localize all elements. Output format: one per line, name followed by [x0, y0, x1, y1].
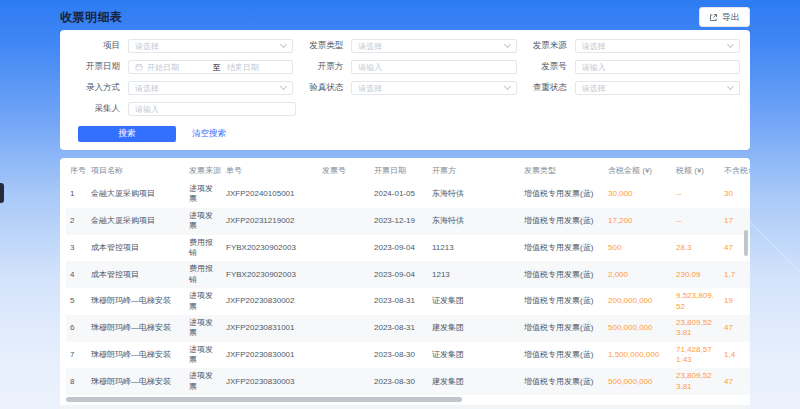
table-cell: 11213	[428, 235, 520, 262]
table-cell: 进项发票	[185, 181, 222, 208]
verify-status-select[interactable]: 请选择	[351, 81, 516, 95]
chevron-down-icon	[280, 83, 287, 90]
horizontal-scrollbar-thumb[interactable]	[66, 397, 462, 402]
table-row: 2金融大厦采购项目进项发票JXFP202312190022023-12-19东海…	[66, 208, 750, 235]
table-cell: 2023-08-30	[370, 368, 428, 395]
table-cell: 成本管控项目	[87, 235, 185, 262]
invoice-type-select[interactable]: 请选择	[351, 39, 516, 53]
filter-label: 发票来源	[517, 40, 575, 52]
date-start-input[interactable]	[147, 63, 207, 72]
filter-invoice-no: 发票号	[517, 60, 740, 74]
table-cell: 珠穆朗玛峰—电梯安装	[87, 315, 185, 342]
date-range-separator: 至	[211, 62, 223, 73]
filter-label: 开票方	[293, 61, 351, 73]
table-cell: 2023-08-30	[370, 342, 428, 369]
filter-collector: 采集人	[70, 102, 296, 116]
filter-invoice-date: 开票日期 至	[70, 60, 293, 74]
table-cell: 1,7	[720, 261, 750, 288]
table-cell: 进项发票	[185, 208, 222, 235]
table-cell: 17,200	[604, 208, 672, 235]
table-cell: 4	[66, 261, 87, 288]
table-header-cell: 不含税金额 (¥)	[720, 160, 750, 181]
select-placeholder: 请选择	[582, 41, 724, 52]
entry-method-select[interactable]: 请选择	[128, 81, 293, 95]
filter-invoice-source: 发票来源 请选择	[517, 39, 740, 53]
table-cell: 珠穆朗玛峰—电梯安装	[87, 342, 185, 369]
dup-check-status-select[interactable]: 请选择	[575, 81, 740, 95]
issuer-input-box[interactable]	[351, 60, 516, 74]
filter-label: 录入方式	[70, 82, 128, 94]
issuer-input[interactable]	[358, 63, 509, 72]
table-row: 5珠穆朗玛峰—电梯安装进项发票JXFP202308300022023-08-31…	[66, 288, 750, 315]
table-cell: JXFP20230830002	[222, 288, 318, 315]
project-select[interactable]: 请选择	[128, 39, 293, 53]
calendar-icon	[135, 63, 143, 71]
collector-input-box[interactable]	[128, 102, 296, 116]
table-cell: 进项发票	[185, 368, 222, 395]
clear-search-button[interactable]: 清空搜索	[192, 128, 226, 140]
invoice-source-select[interactable]: 请选择	[575, 39, 740, 53]
filter-label: 发票类型	[293, 40, 351, 52]
table-cell: 费用报销	[185, 235, 222, 262]
table-cell: 30,000	[604, 181, 672, 208]
select-placeholder: 请选择	[582, 83, 724, 94]
export-button[interactable]: 导出	[699, 7, 750, 27]
table-cell: --	[672, 208, 720, 235]
chevron-down-icon	[727, 41, 734, 48]
table-cell: JXFP20230830003	[222, 368, 318, 395]
table-cell: 2023-08-31	[370, 288, 428, 315]
invoice-no-input-box[interactable]	[575, 60, 740, 74]
table-cell: 230.09	[672, 261, 720, 288]
table-cell	[318, 235, 370, 262]
collector-input[interactable]	[135, 105, 289, 114]
table-header-cell: 含税金额 (¥)	[604, 160, 672, 181]
table-cell: 证发集团	[428, 288, 520, 315]
filter-label: 项目	[70, 40, 128, 52]
page-header: 收票明细表 导出	[60, 0, 750, 30]
table-cell: JXFP20230831001	[222, 315, 318, 342]
chevron-down-icon	[280, 41, 287, 48]
table-cell: 增值税专用发票(蓝)	[520, 208, 604, 235]
search-button[interactable]: 搜索	[78, 126, 176, 142]
vertical-scrollbar-thumb[interactable]	[744, 230, 748, 256]
invoice-date-range-picker[interactable]: 至	[128, 60, 293, 74]
page-container: 收票明细表 导出 项目 请选择 发票类型 请选择	[60, 0, 750, 409]
table-cell: 19	[720, 288, 750, 315]
invoice-no-input[interactable]	[582, 63, 733, 72]
table-cell: 金融大厦采购项目	[87, 181, 185, 208]
date-end-input[interactable]	[227, 63, 287, 72]
page-title: 收票明细表	[60, 9, 123, 26]
table-cell: FYBX20230902003	[222, 261, 318, 288]
table-cell: 23,809,523.81	[672, 315, 720, 342]
table-row: 6珠穆朗玛峰—电梯安装进项发票JXFP202308310012023-08-31…	[66, 315, 750, 342]
filter-project: 项目 请选择	[70, 39, 293, 53]
table-cell: FYBX20230902003	[222, 235, 318, 262]
table-cell: 增值税专用发票(蓝)	[520, 342, 604, 369]
table-cell	[318, 208, 370, 235]
table-cell: 8	[66, 368, 87, 395]
table-cell: 东海特供	[428, 181, 520, 208]
chevron-down-icon	[504, 83, 511, 90]
select-placeholder: 请选择	[358, 41, 500, 52]
table-header-row: 序号项目名称发票来源单号发票号开票日期开票方发票类型含税金额 (¥)税额 (¥)…	[66, 160, 750, 181]
table-cell: 3	[66, 235, 87, 262]
table-header-cell: 税额 (¥)	[672, 160, 720, 181]
filter-label: 验真状态	[293, 82, 351, 94]
select-placeholder: 请选择	[358, 83, 500, 94]
table-cell: 500,000,000	[604, 368, 672, 395]
filter-label: 采集人	[70, 103, 128, 115]
table-cell: 增值税专用发票(蓝)	[520, 368, 604, 395]
filter-invoice-type: 发票类型 请选择	[293, 39, 516, 53]
floating-widget-tab[interactable]	[0, 183, 4, 203]
table-cell: 71,428,571.43	[672, 342, 720, 369]
horizontal-scrollbar[interactable]	[66, 397, 744, 403]
filter-actions: 搜索 清空搜索	[78, 126, 740, 142]
table-cell	[318, 315, 370, 342]
table-cell: 成本管控项目	[87, 261, 185, 288]
table-cell: 增值税专用发票(蓝)	[520, 288, 604, 315]
table-scroll-area[interactable]: 序号项目名称发票来源单号发票号开票日期开票方发票类型含税金额 (¥)税额 (¥)…	[60, 160, 750, 395]
table-header-cell: 项目名称	[87, 160, 185, 181]
table-header-cell: 发票类型	[520, 160, 604, 181]
filter-label: 查重状态	[517, 82, 575, 94]
table-cell: 200,000,000	[604, 288, 672, 315]
